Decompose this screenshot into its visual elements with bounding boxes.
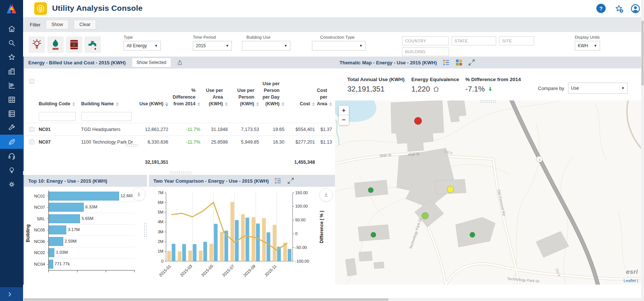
display-units-select[interactable]: KWH▼ [575,41,600,51]
column-header-building-code[interactable]: Building Code [39,100,81,110]
building-name-filter-input[interactable] [81,112,132,121]
country-input[interactable] [402,36,449,45]
download-chart-button[interactable] [132,188,146,201]
sort-icon[interactable] [72,102,75,106]
show-button[interactable]: Show [46,20,68,29]
sort-icon[interactable] [116,102,119,106]
bar[interactable]: 3.17M [49,225,66,234]
sidebar-item-floorplans[interactable] [0,92,23,106]
panel-resize-handle[interactable] [144,222,147,237]
arcgis-logo-icon[interactable] [6,3,17,15]
leaflet-attribution[interactable]: Leaflet | [624,278,638,283]
map-building-dot[interactable] [368,188,373,193]
column-header-use[interactable]: Use (KWH) [137,100,171,110]
top10-bar-row[interactable]: SRL5.65M [49,213,135,225]
oil-filter-button[interactable] [66,36,82,53]
sidebar-item-maintenance[interactable] [0,121,23,135]
two-year-combo-chart[interactable]: 01M2M3M4M5M6M7M-100.00-50.00050.00100.00… [149,187,335,285]
bar[interactable]: 771.77k [49,260,53,269]
map-building-dot[interactable] [422,212,428,219]
row-checkbox[interactable] [29,127,34,132]
type-select[interactable]: All Energy▼ [124,41,161,51]
user-avatar-icon[interactable] [631,4,640,13]
construction-type-select[interactable]: ▼ [312,41,366,51]
panel-drag-handle[interactable] [169,171,192,174]
top10-bar-row[interactable]: NC0112.66M [49,190,135,202]
expand-icon[interactable] [468,59,475,66]
download-chart-button[interactable] [319,188,333,202]
column-header-use-per-area[interactable]: Use per Area (KWH) [203,87,231,110]
water-filter-button[interactable] [85,36,101,53]
map-building-dot[interactable] [414,117,422,125]
row-checkbox[interactable] [29,140,34,144]
favorite-add-icon[interactable] [614,4,624,13]
building-use-select[interactable]: ▼ [242,41,290,51]
map-building-dot[interactable] [371,232,376,237]
map-canvas[interactable]: 3 Wall St Wall St 200 ft Old Concord Rd … [335,100,641,285]
basemap-grid-icon[interactable] [456,59,462,66]
sidebar-item-favorites[interactable] [0,50,23,64]
map-building-dot[interactable] [470,232,475,237]
sort-desc-icon[interactable] [165,102,168,106]
sidebar-item-settings[interactable] [0,177,23,191]
map-building-dot[interactable] [447,186,454,193]
sidebar-item-reports[interactable] [0,78,23,92]
horizontal-scrollbar-thumb[interactable] [24,298,389,301]
panel-drag-handle[interactable] [125,144,138,147]
horizontal-scrollbar[interactable] [23,298,641,301]
sidebar-item-buildings[interactable] [0,64,23,78]
vertical-scrollbar-thumb[interactable] [641,20,644,86]
select-all-checkbox[interactable] [29,79,34,84]
bar[interactable]: 12.66M [49,192,119,201]
panel-drag-handle[interactable] [479,100,496,103]
table-row[interactable]: NC01 TGD Headquarters 12,661,272 -11.7% … [24,123,335,135]
bar[interactable]: 5.65M [49,214,80,223]
sort-icon[interactable] [312,102,315,106]
sidebar-item-sustainability[interactable] [0,135,23,149]
top10-bar-row[interactable]: NC04771.77k [49,259,135,270]
electricity-filter-button[interactable] [29,36,45,53]
zoom-in-button[interactable]: + [339,106,349,115]
bar[interactable]: 1.03M [49,248,54,257]
top10-bar-row[interactable]: NC076.33M [49,202,135,214]
expand-icon[interactable] [287,177,294,184]
vertical-scrollbar[interactable] [641,0,644,301]
sort-icon[interactable] [197,102,200,106]
sort-icon[interactable] [281,102,284,106]
column-header-cost-per-area[interactable]: Cost per Area [318,87,335,110]
top10-bar-row[interactable]: NC021.03M [49,247,135,259]
bar[interactable]: 2.59M [49,237,63,246]
column-header-diff[interactable]: % Difference from 2014 [171,87,203,110]
time-period-select[interactable]: 2015▼ [193,41,232,51]
clear-button[interactable]: Clear [74,20,96,29]
sort-icon[interactable] [225,102,228,106]
sidebar-item-support[interactable] [0,149,23,163]
bar[interactable]: 6.33M [49,203,84,212]
export-icon[interactable] [176,59,183,66]
top10-bar-row[interactable]: NC062.59M [49,236,135,247]
show-selected-button[interactable]: Show Selected [132,58,171,67]
help-icon[interactable]: ? [596,4,606,13]
legend-icon[interactable] [275,177,281,184]
top10-bar-row[interactable]: NC053.17M [49,225,135,236]
column-header-cost[interactable]: Cost [287,100,318,110]
column-header-use-per-person-day[interactable]: Use per Person per Day (KWH) [262,80,287,111]
state-input[interactable] [452,36,496,45]
column-header-building-name[interactable]: Building Name [81,100,137,110]
sidebar-item-insights[interactable] [0,163,23,177]
table-row[interactable]: NC07 1100 Technology Park Dr 6,330,636 -… [24,135,335,148]
building-input[interactable] [402,47,449,56]
zoom-out-button[interactable]: − [339,115,349,125]
gas-filter-button[interactable] [47,36,64,53]
sidebar-expand-button[interactable] [0,287,23,301]
building-code-filter-input[interactable] [39,112,76,121]
compare-by-select[interactable]: Use▼ [568,83,628,94]
legend-icon[interactable] [443,59,450,66]
sort-icon[interactable] [329,102,332,106]
sidebar-item-assets[interactable] [0,106,23,121]
site-input[interactable] [499,36,534,45]
column-header-use-per-person[interactable]: Use per Person (KWH) [231,87,262,110]
sidebar-item-home[interactable] [0,22,23,36]
sort-icon[interactable] [256,102,259,106]
sidebar-item-search[interactable] [0,36,23,50]
